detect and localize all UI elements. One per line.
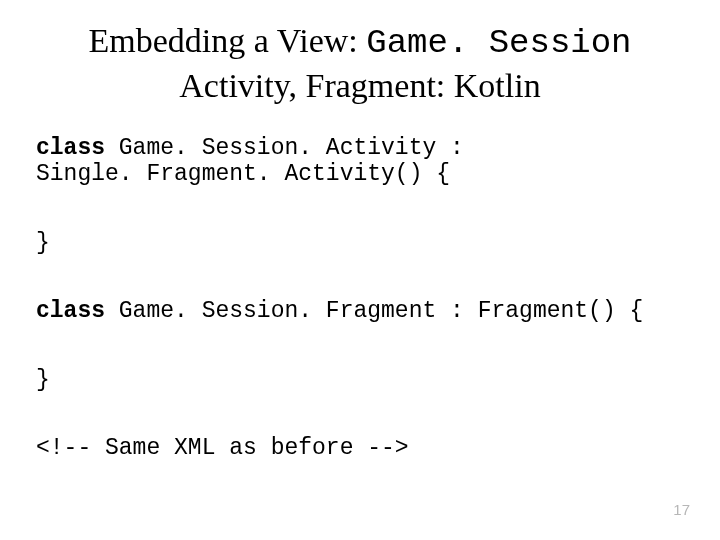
blank-gap-4 — [36, 393, 684, 435]
page-number: 17 — [673, 501, 690, 518]
blank-gap-1 — [36, 188, 684, 230]
keyword-class: class — [36, 135, 105, 161]
slide-title: Embedding a View: Game. Session Activity… — [36, 20, 684, 107]
code-line-1-rest: Game. Session. Activity : — [105, 135, 464, 161]
code-block: class Game. Session. Activity : Single. … — [36, 135, 684, 462]
keyword-class-2: class — [36, 298, 105, 324]
blank-gap-3 — [36, 325, 684, 367]
title-line1-mono: Game. Session — [366, 24, 631, 62]
code-line-4-rest: Game. Session. Fragment : Fragment() { — [105, 298, 643, 324]
code-line-5: } — [36, 367, 684, 393]
code-line-1: class Game. Session. Activity : — [36, 135, 684, 161]
code-line-6: <!-- Same XML as before --> — [36, 435, 684, 461]
code-line-2: Single. Fragment. Activity() { — [36, 161, 684, 187]
code-line-3: } — [36, 230, 684, 256]
slide: Embedding a View: Game. Session Activity… — [0, 0, 720, 540]
title-line1-text: Embedding a View: — [88, 22, 366, 59]
blank-gap-2 — [36, 256, 684, 298]
code-line-4: class Game. Session. Fragment : Fragment… — [36, 298, 684, 324]
title-line2: Activity, Fragment: Kotlin — [179, 67, 540, 104]
